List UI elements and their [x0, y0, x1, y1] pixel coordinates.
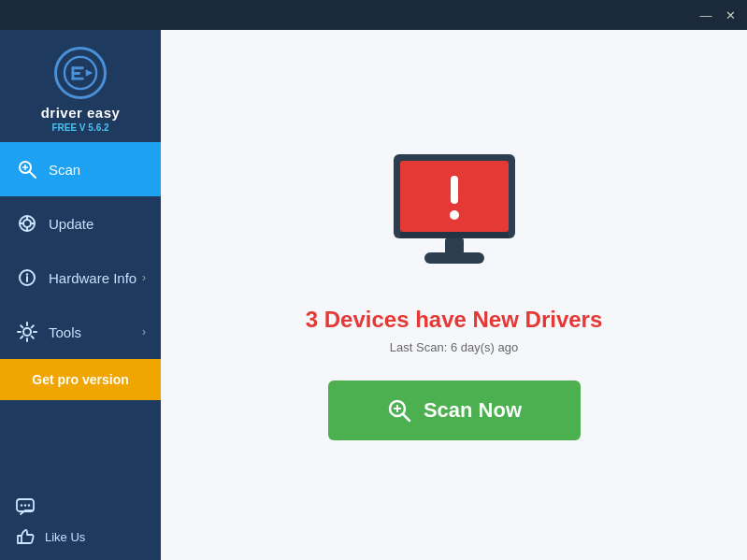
tools-label: Tools: [49, 324, 142, 340]
scan-now-button[interactable]: Scan Now: [328, 381, 581, 440]
app-logo-icon: [54, 47, 107, 99]
svg-line-32: [403, 414, 409, 421]
svg-point-19: [23, 328, 31, 336]
sidebar-item-update[interactable]: Update: [0, 196, 161, 251]
sidebar-logo: driver easy FREE V 5.6.2: [0, 30, 161, 142]
svg-rect-30: [400, 232, 509, 238]
svg-rect-4: [72, 66, 75, 79]
sidebar-item-scan[interactable]: Scan: [0, 142, 161, 196]
svg-rect-28: [445, 238, 464, 253]
update-label: Update: [49, 216, 146, 232]
svg-point-21: [21, 504, 22, 506]
main-content: 3 Devices have New Drivers Last Scan: 6 …: [161, 30, 747, 560]
minimize-button[interactable]: —: [697, 6, 715, 24]
sidebar-item-hardware-info[interactable]: Hardware Info ›: [0, 251, 161, 305]
tools-arrow: ›: [142, 325, 146, 338]
svg-rect-26: [451, 176, 458, 204]
update-icon: [15, 211, 39, 236]
hardware-info-icon: [15, 266, 39, 290]
svg-point-22: [24, 504, 26, 506]
tools-icon: [15, 320, 39, 344]
scan-label: Scan: [49, 162, 146, 178]
alert-title: 3 Devices have New Drivers: [306, 307, 603, 333]
sidebar: driver easy FREE V 5.6.2 Scan: [0, 30, 161, 560]
svg-rect-29: [424, 252, 484, 264]
titlebar: — ✕: [0, 0, 747, 30]
last-scan-text: Last Scan: 6 day(s) ago: [390, 340, 518, 354]
svg-point-18: [26, 273, 28, 275]
svg-point-11: [23, 220, 31, 227]
sidebar-nav: Scan Update: [0, 142, 161, 483]
svg-line-7: [30, 172, 36, 178]
app-version: FREE V 5.6.2: [51, 122, 108, 133]
svg-point-23: [28, 504, 30, 506]
close-button[interactable]: ✕: [721, 6, 740, 24]
scan-now-icon: [386, 397, 412, 424]
scan-icon: [15, 157, 39, 181]
hardware-info-arrow: ›: [142, 271, 146, 284]
svg-marker-5: [86, 69, 93, 77]
hardware-info-label: Hardware Info: [49, 270, 142, 286]
app-body: driver easy FREE V 5.6.2 Scan: [0, 30, 747, 560]
monitor-illustration: [380, 150, 529, 284]
scan-now-label: Scan Now: [424, 398, 522, 423]
chat-button[interactable]: [15, 496, 146, 517]
sidebar-bottom: Like Us: [0, 483, 161, 560]
app-name: driver easy: [41, 105, 121, 121]
svg-point-27: [450, 210, 459, 220]
like-us-button[interactable]: Like Us: [15, 526, 146, 547]
sidebar-item-tools[interactable]: Tools ›: [0, 305, 161, 359]
like-us-label: Like Us: [45, 530, 85, 544]
get-pro-button[interactable]: Get pro version: [0, 359, 161, 400]
